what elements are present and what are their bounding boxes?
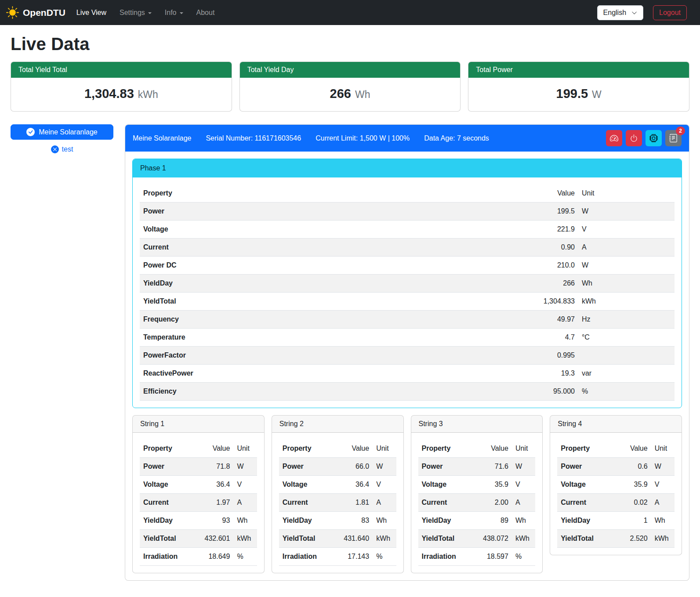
table-row: YieldDay1Wh: [557, 512, 675, 530]
nav-item-about[interactable]: About: [190, 5, 221, 20]
string-table-head: PropertyValueUnit: [418, 440, 536, 458]
column-header: Property: [140, 185, 509, 203]
language-value: English: [603, 9, 626, 17]
value-cell: 266: [509, 275, 578, 293]
string-card: String 3PropertyValueUnitPower71.6WVolta…: [411, 415, 543, 573]
table-row: YieldDay266Wh: [140, 275, 675, 293]
string-card-title: String 2: [272, 416, 403, 433]
unit-cell: V: [512, 476, 535, 494]
value-cell: 95.000: [509, 383, 578, 401]
summary-value: 266: [330, 87, 351, 101]
property-cell: Power: [279, 458, 334, 476]
table-header-row: PropertyValueUnit: [140, 185, 675, 203]
event-count-badge: 2: [676, 127, 685, 135]
brand[interactable]: OpenDTU: [6, 6, 65, 19]
table-row: Voltage36.4V: [279, 476, 396, 494]
table-header-row: PropertyValueUnit: [418, 440, 536, 458]
table-row: PowerFactor0.995: [140, 347, 675, 365]
value-cell: 1,304.833: [509, 293, 578, 311]
property-cell: YieldDay: [140, 275, 509, 293]
unit-cell: Wh: [651, 512, 675, 530]
table-row: Voltage36.4V: [140, 476, 257, 494]
table-row: YieldDay89Wh: [418, 512, 536, 530]
summary-card-body: 199.5 W: [468, 78, 689, 111]
unit-cell: kWh: [651, 530, 675, 548]
inverter-select-meine-solaranlage[interactable]: Meine Solaranlage: [11, 124, 113, 140]
unit-cell: W: [578, 203, 675, 221]
nav-item-info[interactable]: Info: [158, 5, 190, 20]
string-card: String 2PropertyValueUnitPower66.0WVolta…: [272, 415, 404, 573]
unit-cell: %: [578, 383, 675, 401]
string-cards: String 1PropertyValueUnitPower71.8WVolta…: [132, 415, 682, 573]
value-cell: 431.640: [334, 530, 373, 548]
main-content: Live Data Total Yield Total 1,304.83 kWh…: [0, 34, 700, 594]
unit-cell: Wh: [233, 512, 257, 530]
string-card: String 4PropertyValueUnitPower0.6WVoltag…: [550, 415, 682, 555]
summary-card-body: 1,304.83 kWh: [11, 78, 232, 111]
summary-unit: W: [592, 89, 602, 101]
nav-item-settings[interactable]: Settings: [113, 5, 158, 20]
event-log-button[interactable]: 2: [665, 130, 682, 146]
string-card-title: String 4: [550, 416, 682, 433]
column-header: Value: [473, 440, 512, 458]
table-row: YieldTotal2.520kWh: [557, 530, 675, 548]
chevron-down-icon: [148, 12, 152, 14]
chevron-down-icon: [180, 12, 183, 14]
summary-unit: Wh: [355, 89, 370, 101]
value-cell: 19.3: [509, 365, 578, 383]
unit-cell: W: [578, 257, 675, 275]
column-header: Value: [334, 440, 373, 458]
unit-cell: V: [578, 221, 675, 239]
limit-settings-button[interactable]: [606, 130, 622, 146]
inverter-select-test[interactable]: test: [11, 145, 113, 153]
unit-cell: V: [373, 476, 396, 494]
sun-icon: [6, 6, 19, 19]
unit-cell: W: [651, 458, 675, 476]
data-age: Data Age: 7 seconds: [424, 134, 489, 142]
inverter-name: Meine Solaranlage: [133, 134, 191, 142]
table-row: Current0.02A: [557, 494, 675, 512]
unit-cell: Wh: [373, 512, 396, 530]
table-row: Current1.97A: [140, 494, 257, 512]
unit-cell: kWh: [578, 293, 675, 311]
value-cell: 18.649: [195, 548, 233, 566]
string-card: String 1PropertyValueUnitPower71.8WVolta…: [132, 415, 265, 573]
table-header-row: PropertyValueUnit: [279, 440, 396, 458]
property-cell: Power: [557, 458, 612, 476]
table-row: Irradiation18.597%: [418, 548, 536, 566]
unit-cell: Hz: [578, 311, 675, 329]
table-row: Power199.5W: [140, 203, 675, 221]
table-row: Power71.6W: [418, 458, 536, 476]
string-card-body: PropertyValueUnitPower71.8WVoltage36.4VC…: [133, 433, 264, 573]
property-cell: YieldTotal: [557, 530, 612, 548]
property-cell: Power DC: [140, 257, 509, 275]
unit-cell: A: [512, 494, 535, 512]
table-header-row: PropertyValueUnit: [140, 440, 257, 458]
unit-cell: kWh: [512, 530, 535, 548]
value-cell: 4.7: [509, 329, 578, 347]
table-row: YieldDay93Wh: [140, 512, 257, 530]
summary-card-title: Total Yield Day: [240, 62, 461, 78]
summary-value: 199.5: [556, 87, 588, 101]
table-row: Current2.00A: [418, 494, 536, 512]
phase-table-body: Power199.5WVoltage221.9VCurrent0.90APowe…: [140, 203, 675, 401]
unit-cell: A: [651, 494, 675, 512]
table-row: Current0.90A: [140, 239, 675, 257]
nav-item-live-view[interactable]: Live View: [70, 5, 113, 20]
device-info-button[interactable]: [646, 130, 662, 146]
inverter-panel-header: Meine Solaranlage Serial Number: 1161716…: [125, 125, 689, 152]
column-header: Unit: [373, 440, 396, 458]
unit-cell: %: [512, 548, 535, 566]
logout-button[interactable]: Logout: [653, 5, 687, 20]
table-row: Power66.0W: [279, 458, 396, 476]
value-cell: 221.9: [509, 221, 578, 239]
language-select[interactable]: English: [597, 5, 643, 20]
inverter-panel: Meine Solaranlage Serial Number: 1161716…: [125, 124, 689, 581]
value-cell: 17.143: [334, 548, 373, 566]
value-cell: 2.520: [613, 530, 651, 548]
column-header: Value: [613, 440, 651, 458]
check-circle-icon: [26, 128, 35, 136]
power-switch-button[interactable]: [626, 130, 642, 146]
speedometer-icon: [610, 134, 618, 142]
value-cell: 2.00: [473, 494, 512, 512]
